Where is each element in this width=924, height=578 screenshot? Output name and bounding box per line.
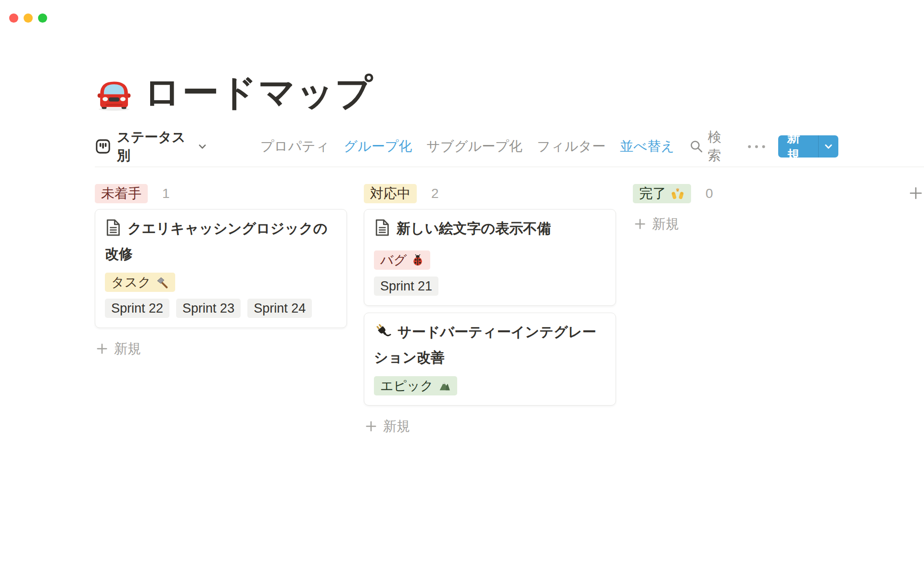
menu-properties[interactable]: プロパティ — [260, 137, 329, 156]
chevron-down-icon — [825, 144, 832, 149]
plus-icon — [634, 218, 646, 230]
card-title-text: 新しい絵文字の表示不備 — [397, 221, 551, 236]
menu-subgroup-by[interactable]: サブグループ化 — [426, 137, 522, 156]
column-count: 0 — [706, 186, 713, 201]
status-label: 対応中 — [370, 186, 411, 201]
add-card-button[interactable]: 新規 — [95, 340, 347, 358]
page-title[interactable]: ロードマップ — [144, 68, 373, 118]
menu-sort[interactable]: 並べ替え — [620, 137, 674, 156]
board-column-in-progress: 対応中 2 新しい絵文字の表示不備 バグ — [364, 184, 616, 435]
menu-filter[interactable]: フィルター — [537, 137, 606, 156]
status-badge[interactable]: 未着手 — [95, 184, 148, 203]
column-count: 2 — [431, 186, 439, 201]
board-column-done: 完了 — [633, 184, 885, 233]
new-record-button[interactable]: 新規 — [778, 135, 838, 158]
add-card-button[interactable]: 新規 — [364, 417, 616, 435]
card-sprint-row: Sprint 22 Sprint 23 Sprint 24 — [105, 299, 337, 318]
card-title-text: サードバーティーインテグレーション改善 — [374, 324, 596, 365]
tag-epic: エピック — [374, 376, 457, 395]
page-icon — [374, 219, 390, 243]
status-label: 未着手 — [101, 186, 141, 201]
card-tag-row: タスク — [105, 265, 337, 292]
search-label: 検索 — [708, 128, 732, 165]
search-icon — [689, 139, 704, 154]
tag-label: バグ — [380, 252, 407, 268]
close-window-button[interactable] — [9, 13, 18, 23]
ladybug-icon — [411, 254, 424, 266]
add-card-label: 新規 — [114, 340, 141, 358]
more-options-icon — [746, 144, 767, 149]
plus-icon — [909, 186, 923, 200]
add-card-label: 新規 — [383, 417, 410, 435]
tag-label: エピック — [380, 378, 434, 394]
new-button-label[interactable]: 新規 — [778, 135, 818, 158]
card-title: サードバーティーインテグレーション改善 — [374, 321, 606, 368]
plus-icon — [96, 342, 108, 355]
raising-hands-icon — [670, 187, 685, 200]
page-icon — [105, 219, 121, 243]
view-toolbar: ステータス別 プロパティ グループ化 サブグループ化 フィルター 並べ替え 検索 — [95, 135, 838, 158]
toolbar-divider — [95, 167, 924, 167]
board-card[interactable]: サードバーティーインテグレーション改善 エピック — [364, 313, 616, 406]
column-header: 完了 — [633, 184, 885, 203]
search-button[interactable]: 検索 — [689, 128, 732, 165]
card-title-text: クエリキャッシングロジックの改修 — [105, 221, 328, 262]
status-label: 完了 — [639, 186, 666, 201]
view-selector[interactable]: ステータス別 — [95, 128, 206, 165]
minimize-window-button[interactable] — [24, 13, 33, 23]
new-button-dropdown[interactable] — [818, 135, 838, 158]
menu-group-by[interactable]: グループ化 — [344, 137, 412, 156]
tag-label: タスク — [111, 275, 151, 290]
sprint-badge: Sprint 24 — [247, 299, 312, 318]
page-header: ロードマップ — [95, 68, 373, 118]
more-options-button[interactable] — [746, 144, 767, 149]
tag-bug: バグ — [374, 250, 430, 270]
add-card-label: 新規 — [652, 215, 679, 233]
sprint-badge: Sprint 23 — [176, 299, 241, 318]
view-options-menu: プロパティ グループ化 サブグループ化 フィルター 並べ替え — [260, 137, 674, 156]
add-group-button[interactable] — [909, 186, 923, 200]
view-name: ステータス別 — [117, 128, 192, 165]
board-column-not-started: 未着手 1 クエリキャッシングロジックの改修 タスク — [95, 184, 347, 358]
board-view-icon — [95, 138, 111, 155]
board-card[interactable]: クエリキャッシングロジックの改修 タスク Sprint 22 Sprint 23… — [95, 209, 347, 328]
hammer-icon — [156, 276, 169, 289]
zoom-window-button[interactable] — [38, 13, 47, 23]
window-controls — [9, 13, 47, 23]
red-car-emoji-icon[interactable] — [95, 76, 133, 111]
plus-icon — [365, 420, 377, 433]
tag-task: タスク — [105, 273, 175, 292]
card-tag-row: バグ — [374, 243, 606, 270]
column-header: 対応中 2 — [364, 184, 616, 203]
card-sprint-row: Sprint 21 — [374, 276, 606, 296]
status-badge[interactable]: 完了 — [633, 184, 691, 203]
card-title: クエリキャッシングロジックの改修 — [105, 217, 337, 265]
card-tag-row: エピック — [374, 368, 606, 395]
card-title: 新しい絵文字の表示不備 — [374, 217, 606, 243]
sprint-badge: Sprint 22 — [105, 299, 169, 318]
column-header: 未着手 1 — [95, 184, 347, 203]
board-card[interactable]: 新しい絵文字の表示不備 バグ — [364, 209, 616, 306]
mountain-icon — [438, 380, 451, 392]
chevron-down-icon — [198, 144, 206, 150]
status-badge[interactable]: 対応中 — [364, 184, 417, 203]
column-count: 1 — [162, 186, 170, 201]
sprint-badge: Sprint 21 — [374, 276, 438, 296]
plug-emoji-icon — [374, 323, 391, 346]
add-card-button[interactable]: 新規 — [633, 215, 885, 233]
